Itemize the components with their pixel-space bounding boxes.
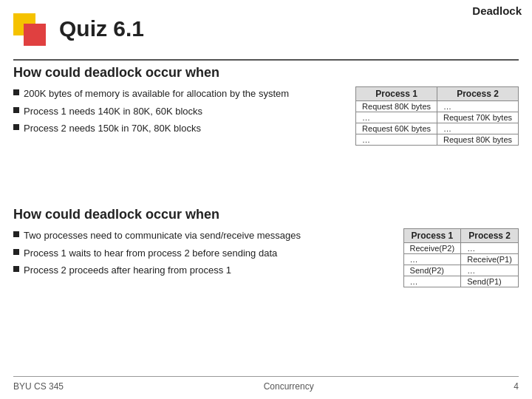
s2-col2-header: Process 2 <box>461 229 519 243</box>
section2-table: Process 1 Process 2 Receive(P2)……Receive… <box>403 228 519 287</box>
table-row: …Receive(P1) <box>403 254 518 265</box>
footer-right: 4 <box>514 381 519 392</box>
list-item: 200K bytes of memory is available for al… <box>13 86 344 101</box>
divider-line <box>13 59 519 61</box>
page-title: Quiz 6.1 <box>59 16 144 41</box>
footer-center: Concurrency <box>264 381 314 392</box>
section1-body: 200K bytes of memory is available for al… <box>13 86 519 146</box>
table-cell: Send(P2) <box>403 265 461 276</box>
table-row: Send(P2)… <box>403 265 518 276</box>
table-row: …Send(P1) <box>403 276 518 287</box>
bullet-icon <box>13 231 19 237</box>
section2: How could deadlock occur when Two proces… <box>13 207 519 287</box>
table-cell: Request 60K bytes <box>356 123 437 134</box>
table-row: Request 80K bytes… <box>356 101 519 112</box>
table-cell: Request 70K bytes <box>437 112 519 123</box>
table-row: Request 60K bytes… <box>356 123 519 134</box>
table-cell: Receive(P2) <box>403 243 461 254</box>
table-row: …Request 80K bytes <box>356 134 519 146</box>
list-item: Process 1 waits to hear from process 2 b… <box>13 246 392 261</box>
section1-table: Process 1 Process 2 Request 80K bytes……R… <box>355 86 519 146</box>
table-cell: Send(P1) <box>461 276 519 287</box>
section1: How could deadlock occur when 200K bytes… <box>13 65 519 146</box>
s1-col2-header: Process 2 <box>437 87 519 101</box>
bullet-icon <box>13 89 19 95</box>
list-item: Process 2 needs 150k in 70K, 80K blocks <box>13 121 344 136</box>
bullet-icon <box>13 124 19 130</box>
list-item: Process 2 proceeds after hearing from pr… <box>13 263 392 278</box>
table-cell: … <box>403 254 461 265</box>
table-cell: … <box>461 265 519 276</box>
bullet-icon <box>13 107 19 113</box>
section2-body: Two processes need to communicate via se… <box>13 228 519 287</box>
section1-heading: How could deadlock occur when <box>13 65 519 81</box>
table-row: Receive(P2)… <box>403 243 518 254</box>
s1-col1-header: Process 1 <box>356 87 437 101</box>
list-item: Two processes need to communicate via se… <box>13 228 392 243</box>
section1-bullets: 200K bytes of memory is available for al… <box>13 86 344 139</box>
page-header: Deadlock <box>462 0 532 21</box>
s2-col1-header: Process 1 <box>403 229 461 243</box>
table-cell: … <box>437 101 519 112</box>
list-item: Process 1 needs 140K in 80K, 60K blocks <box>13 104 344 119</box>
table-cell: … <box>403 276 461 287</box>
table-cell: … <box>437 123 519 134</box>
table-cell: Request 80K bytes <box>437 134 519 146</box>
footer-left: BYU CS 345 <box>13 381 64 392</box>
table-cell: Receive(P1) <box>461 254 519 265</box>
section2-bullets: Two processes need to communicate via se… <box>13 228 392 281</box>
table-cell: … <box>356 112 437 123</box>
bullet-icon <box>13 266 19 272</box>
table-row: …Request 70K bytes <box>356 112 519 123</box>
section2-heading: How could deadlock occur when <box>13 207 519 222</box>
bullet-icon <box>13 249 19 255</box>
logo-red <box>24 24 46 46</box>
table-cell: Request 80K bytes <box>356 101 437 112</box>
table-cell: … <box>461 243 519 254</box>
header-title: Deadlock <box>472 4 522 17</box>
table-cell: … <box>356 134 437 146</box>
logo-block <box>13 13 50 50</box>
footer: BYU CS 345 Concurrency 4 <box>13 376 519 392</box>
